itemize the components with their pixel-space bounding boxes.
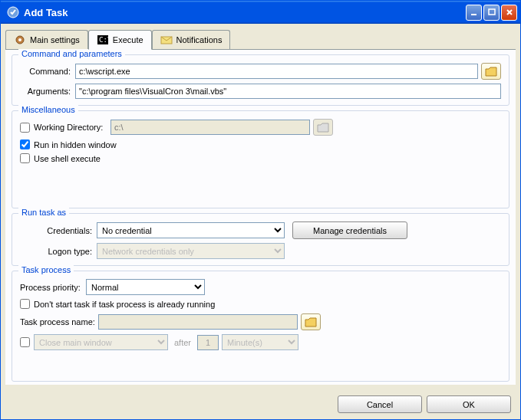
browse-process-button[interactable] bbox=[301, 313, 321, 330]
use-shell-label: Use shell execute bbox=[34, 154, 105, 163]
run-hidden-checkbox[interactable] bbox=[20, 139, 30, 149]
titlebar-text: Add Task bbox=[22, 7, 466, 18]
envelope-icon bbox=[160, 34, 173, 46]
close-action-select: Close main window bbox=[34, 334, 168, 350]
logon-type-select: Network credentials only bbox=[97, 243, 285, 259]
credentials-label: Credentials: bbox=[20, 226, 97, 235]
tab-main-settings[interactable]: Main settings bbox=[5, 30, 88, 49]
tab-label: Main settings bbox=[30, 35, 80, 44]
arguments-label: Arguments: bbox=[20, 87, 75, 96]
svg-rect-2 bbox=[489, 9, 495, 15]
gear-icon bbox=[14, 34, 26, 46]
close-main-checkbox[interactable] bbox=[20, 337, 30, 347]
task-process-group: Task process Process priority: Normal Do… bbox=[12, 271, 509, 382]
task-name-label: Task process name: bbox=[20, 317, 98, 326]
working-directory-checkbox[interactable] bbox=[20, 123, 30, 133]
app-icon bbox=[7, 6, 19, 18]
svg-text:C:\: C:\ bbox=[99, 36, 109, 44]
svg-rect-1 bbox=[471, 14, 476, 15]
titlebar-buttons bbox=[466, 5, 517, 21]
svg-point-4 bbox=[18, 38, 21, 41]
folder-icon bbox=[305, 317, 317, 327]
ok-button[interactable]: OK bbox=[427, 395, 511, 413]
tab-label: Notifications bbox=[176, 35, 223, 44]
group-title: Command and parameters bbox=[18, 49, 125, 58]
tabs: Main settings C:\ Execute Notifications bbox=[1, 24, 520, 49]
command-input[interactable] bbox=[75, 64, 478, 79]
working-directory-label: Working Directory: bbox=[34, 123, 110, 132]
after-unit-select: Minute(s) bbox=[222, 334, 298, 350]
dialog-buttons: Cancel OK bbox=[1, 389, 520, 419]
terminal-icon: C:\ bbox=[97, 34, 109, 46]
tab-content: Command and parameters Command: Argument… bbox=[5, 49, 516, 385]
folder-icon bbox=[317, 123, 329, 133]
add-task-window: Add Task Main settings C:\ Execute Notif… bbox=[0, 0, 521, 420]
tab-label: Execute bbox=[113, 35, 143, 44]
titlebar: Add Task bbox=[1, 1, 520, 24]
folder-icon bbox=[485, 67, 497, 77]
group-title: Miscellaneous bbox=[18, 105, 78, 114]
run-hidden-label: Run in hidden window bbox=[34, 140, 121, 149]
tab-execute[interactable]: C:\ Execute bbox=[88, 30, 152, 50]
command-label: Command: bbox=[20, 67, 75, 76]
after-label: after bbox=[168, 338, 197, 347]
nostart-checkbox[interactable] bbox=[20, 299, 30, 309]
task-process-name-input bbox=[98, 314, 298, 330]
credentials-select[interactable]: No credential bbox=[97, 222, 285, 238]
cancel-button[interactable]: Cancel bbox=[338, 395, 422, 413]
arguments-input[interactable] bbox=[75, 84, 501, 99]
working-directory-input bbox=[110, 120, 310, 135]
logon-label: Logon type: bbox=[20, 247, 97, 256]
miscellaneous-group: Miscellaneous Working Directory: Run in … bbox=[12, 110, 509, 208]
minimize-button[interactable] bbox=[466, 5, 482, 21]
tab-notifications[interactable]: Notifications bbox=[152, 30, 231, 49]
browse-working-dir-button bbox=[313, 119, 333, 136]
use-shell-checkbox[interactable] bbox=[20, 153, 30, 163]
group-title: Task process bbox=[18, 265, 74, 274]
priority-select[interactable]: Normal bbox=[86, 279, 205, 295]
nostart-label: Don't start task if task process is alre… bbox=[34, 300, 219, 309]
command-parameters-group: Command and parameters Command: Argument… bbox=[12, 54, 509, 106]
browse-command-button[interactable] bbox=[481, 63, 501, 80]
close-button[interactable] bbox=[501, 5, 517, 21]
priority-label: Process priority: bbox=[20, 283, 86, 292]
after-number-input bbox=[197, 335, 219, 350]
maximize-button[interactable] bbox=[483, 5, 500, 21]
group-title: Run task as bbox=[18, 208, 69, 217]
run-task-as-group: Run task as Credentials: No credential M… bbox=[12, 213, 509, 266]
manage-credentials-button[interactable]: Manage credentials bbox=[292, 221, 407, 239]
